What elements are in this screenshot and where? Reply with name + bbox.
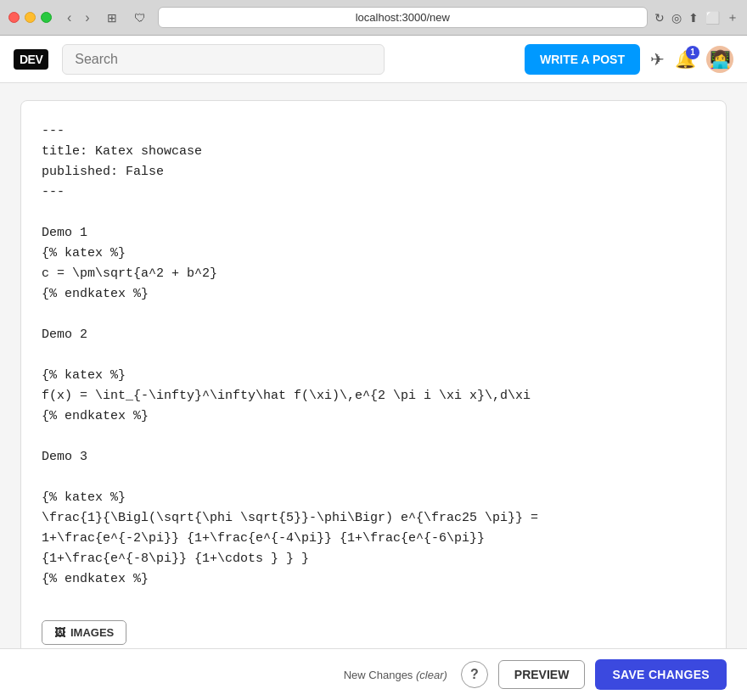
- editor-footer: 🖼 IMAGES: [42, 610, 705, 645]
- refresh-button[interactable]: ↻: [654, 11, 665, 25]
- maximize-button[interactable]: [41, 12, 52, 23]
- shield-icon[interactable]: 🛡: [129, 9, 151, 26]
- dev-navbar: DEV WRITE A POST ✈ 🔔 1 👩‍💻: [0, 36, 747, 83]
- new-changes-text: New Changes (clear): [344, 669, 447, 681]
- help-button[interactable]: ?: [461, 661, 488, 688]
- images-icon: 🖼: [54, 626, 65, 639]
- url-text: localhost:3000/new: [356, 11, 450, 24]
- share-button[interactable]: ⬆: [688, 11, 699, 25]
- navbar-right: WRITE A POST ✈ 🔔 1 👩‍💻: [525, 44, 733, 75]
- url-bar[interactable]: localhost:3000/new: [158, 7, 648, 28]
- browser-chrome: ‹ › ⊞ 🛡 localhost:3000/new ↻ ◎ ⬆ ⬜ ＋: [0, 0, 747, 36]
- avatar[interactable]: 👩‍💻: [706, 46, 733, 73]
- dev-logo[interactable]: DEV: [14, 49, 48, 70]
- images-label: IMAGES: [70, 626, 114, 639]
- forward-button[interactable]: ›: [80, 8, 94, 27]
- editor-textarea[interactable]: --- title: Katex showcase published: Fal…: [42, 121, 705, 590]
- close-button[interactable]: [8, 12, 20, 23]
- back-button[interactable]: ‹: [62, 8, 76, 27]
- main-content: --- title: Katex showcase published: Fal…: [0, 83, 747, 700]
- save-changes-button[interactable]: SAVE CHANGES: [595, 659, 727, 690]
- extensions-icon[interactable]: ◎: [671, 11, 682, 25]
- tab-layout-button[interactable]: ⊞: [102, 9, 122, 26]
- avatar-emoji: 👩‍💻: [710, 49, 731, 70]
- bottom-bar: New Changes (clear) ? PREVIEW SAVE CHANG…: [0, 648, 747, 700]
- send-icon-button[interactable]: ✈: [650, 49, 665, 70]
- notification-badge: 1: [686, 46, 699, 59]
- new-tab-button[interactable]: ⬜: [705, 11, 720, 25]
- notification-bell-button[interactable]: 🔔 1: [675, 49, 696, 70]
- traffic-lights: [8, 12, 52, 23]
- editor-card: --- title: Katex showcase published: Fal…: [20, 100, 727, 659]
- nav-buttons: ‹ ›: [62, 8, 95, 27]
- write-post-button[interactable]: WRITE A POST: [525, 44, 640, 75]
- clear-link[interactable]: (clear): [416, 669, 447, 681]
- search-input[interactable]: [62, 44, 385, 75]
- add-button[interactable]: ＋: [727, 10, 739, 25]
- images-button[interactable]: 🖼 IMAGES: [42, 620, 126, 645]
- preview-button[interactable]: PREVIEW: [498, 660, 586, 689]
- minimize-button[interactable]: [25, 12, 36, 23]
